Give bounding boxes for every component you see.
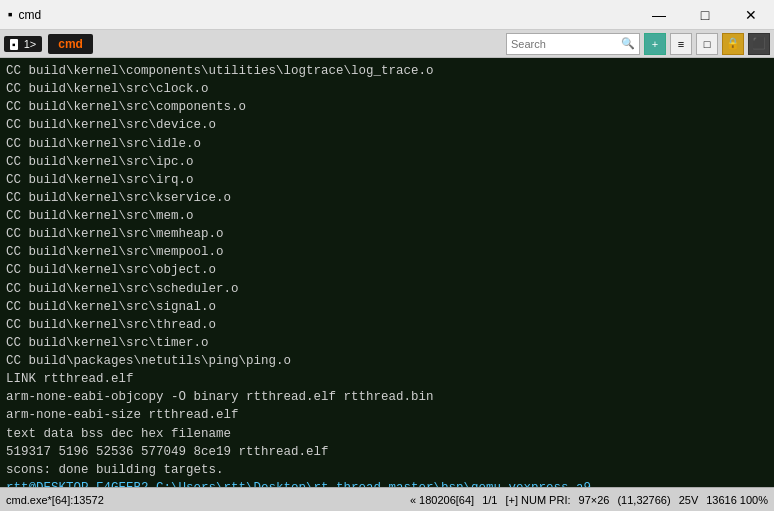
status-right: « 180206[64] 1/1 [+] NUM PRI: 97×26 (11,… xyxy=(410,494,768,506)
window-controls: — □ ✕ xyxy=(636,0,774,29)
process-info: cmd.exe*[64]:13572 xyxy=(6,494,104,506)
status-bar: cmd.exe*[64]:13572 « 180206[64] 1/1 [+] … xyxy=(0,487,774,511)
menu-button[interactable]: ≡ xyxy=(670,33,692,55)
line-info: 1/1 xyxy=(482,494,497,506)
terminal: CC build\kernel\components\utilities\log… xyxy=(0,58,774,487)
prompt-line: rtt@DESKTOP-F4GEEB2 C:\Users\rtt\Desktop… xyxy=(6,479,768,487)
terminal-line: arm-none-eabi-objcopy -O binary rtthread… xyxy=(6,388,768,406)
close-button[interactable]: ✕ xyxy=(728,0,774,30)
layout-button[interactable]: □ xyxy=(696,33,718,55)
terminal-line: CC build\kernel\src\components.o xyxy=(6,98,768,116)
terminal-line: CC build\kernel\src\memheap.o xyxy=(6,225,768,243)
terminal-line: text data bss dec hex filename xyxy=(6,425,768,443)
active-tab[interactable]: cmd xyxy=(48,34,93,54)
terminal-line: CC build\kernel\src\idle.o xyxy=(6,135,768,153)
terminal-line: scons: done building targets. xyxy=(6,461,768,479)
lock-button[interactable]: 🔒 xyxy=(722,33,744,55)
title-bar: ▪ cmd — □ ✕ xyxy=(0,0,774,30)
zoom-info: 25V xyxy=(679,494,699,506)
terminal-line: 519317 5196 52536 577049 8ce19 rtthread.… xyxy=(6,443,768,461)
tab-toolbar: 🔍 + ≡ □ 🔒 ⬛ xyxy=(506,33,770,55)
terminal-line: CC build\kernel\src\ipc.o xyxy=(6,153,768,171)
app-icon: ▪ xyxy=(6,7,14,23)
terminal-line: CC build\kernel\src\object.o xyxy=(6,261,768,279)
search-icon: 🔍 xyxy=(621,37,635,50)
terminal-line: CC build\kernel\components\utilities\log… xyxy=(6,62,768,80)
maximize-button[interactable]: □ xyxy=(682,0,728,30)
mode-info: [+] NUM PRI: xyxy=(505,494,570,506)
terminal-line: CC build\kernel\src\thread.o xyxy=(6,316,768,334)
coords-info: (11,32766) xyxy=(617,494,670,506)
terminal-line: CC build\kernel\src\scheduler.o xyxy=(6,280,768,298)
prompt-user: rtt@DESKTOP-F4GEEB2 xyxy=(6,481,149,487)
add-tab-button[interactable]: + xyxy=(644,33,666,55)
terminal-line: CC build\kernel\src\timer.o xyxy=(6,334,768,352)
terminal-line: CC build\packages\netutils\ping\ping.o xyxy=(6,352,768,370)
search-box[interactable]: 🔍 xyxy=(506,33,640,55)
size-info: 97×26 xyxy=(579,494,610,506)
terminal-line: LINK rtthread.elf xyxy=(6,370,768,388)
terminal-line: CC build\kernel\src\mempool.o xyxy=(6,243,768,261)
terminal-line: CC build\kernel\src\signal.o xyxy=(6,298,768,316)
terminal-line: CC build\kernel\src\kservice.o xyxy=(6,189,768,207)
prompt-path: C:\Users\rtt\Desktop\rt-thread-master\bs… xyxy=(149,481,592,487)
minimize-button[interactable]: — xyxy=(636,0,682,30)
terminal-line: CC build\kernel\src\mem.o xyxy=(6,207,768,225)
status-left: cmd.exe*[64]:13572 xyxy=(6,494,104,506)
terminal-button[interactable]: ⬛ xyxy=(748,33,770,55)
terminal-line: CC build\kernel\src\irq.o xyxy=(6,171,768,189)
title-bar-text: cmd xyxy=(18,8,636,22)
tab-bar: ▪ 1> cmd 🔍 + ≡ □ 🔒 ⬛ xyxy=(0,30,774,58)
terminal-line: CC build\kernel\src\clock.o xyxy=(6,80,768,98)
terminal-output: CC build\kernel\components\utilities\log… xyxy=(6,62,768,479)
tab-indicator: ▪ 1> xyxy=(4,36,42,52)
position-info: « 180206[64] xyxy=(410,494,474,506)
scale-info: 13616 100% xyxy=(706,494,768,506)
console-icon: ▪ xyxy=(10,39,18,50)
search-input[interactable] xyxy=(511,38,621,50)
terminal-line: CC build\kernel\src\device.o xyxy=(6,116,768,134)
terminal-line: arm-none-eabi-size rtthread.elf xyxy=(6,406,768,424)
